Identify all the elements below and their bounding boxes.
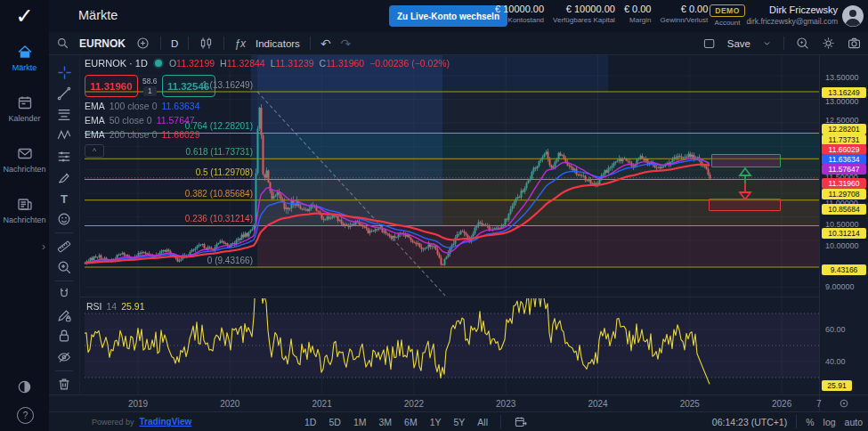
range-button-5d[interactable]: 5D (329, 417, 340, 427)
zoom-in-tool[interactable] (51, 256, 77, 277)
range-button-1d[interactable]: 1D (304, 417, 316, 427)
help-icon[interactable]: ? (17, 407, 34, 424)
tradingview-link[interactable]: TradingView (140, 417, 192, 427)
save-button[interactable]: Save (727, 38, 750, 49)
price-axis-badge-fib: 12.28201 (822, 124, 866, 134)
fib-level-label: 0.5 (11.29708) (196, 167, 253, 177)
price-axis-badge-fib: 9.43166 (822, 264, 866, 275)
indicators-button[interactable]: Indicators (256, 38, 300, 49)
emoji-tool[interactable] (51, 208, 77, 229)
time-axis-year: 2019 (123, 399, 153, 409)
drawing-toolbar: T (49, 55, 80, 394)
hide-drawings-icon (56, 349, 72, 365)
range-button-3m[interactable]: 3M (378, 417, 392, 427)
lock-all-tool[interactable] (51, 326, 77, 346)
sidebar-item-märkte[interactable]: Märkte (0, 43, 49, 72)
account-stat-label: Kontostand (508, 16, 544, 24)
remove-objects-tool[interactable] (51, 374, 77, 394)
switch-to-live-account-button[interactable]: Zu Live-Konto wechseln (389, 5, 507, 27)
scale-percent-toggle[interactable]: % (806, 417, 814, 427)
expand-panel-chevron[interactable]: › (42, 240, 45, 253)
magnet-icon (56, 286, 72, 302)
user-avatar-icon (841, 4, 864, 28)
undo-icon[interactable]: ↶ (320, 37, 331, 50)
brush-tool[interactable] (51, 167, 77, 187)
sell-price-button[interactable]: 11.31960 (85, 75, 138, 97)
toolbar-divider (223, 37, 224, 50)
price-axis[interactable]: 13.5000013.0000012.5000011.5000011.00000… (819, 55, 868, 411)
broker-logo[interactable]: ✓ (0, 0, 49, 32)
account-label: Account (715, 19, 741, 27)
supply-zone-rectangle[interactable] (711, 154, 781, 167)
avatar[interactable] (841, 4, 864, 28)
range-button-all[interactable]: All (477, 417, 488, 427)
theme-toggle-icon[interactable] (16, 378, 33, 395)
crosshair-tool[interactable] (51, 62, 77, 83)
time-axis[interactable]: 7 20192020202120222023202420252026 (49, 394, 868, 411)
range-button-1y[interactable]: 1Y (430, 417, 442, 427)
redo-icon[interactable]: ↷ (341, 37, 352, 50)
ohlc-pair: H11.32844 (220, 58, 265, 69)
chevron-down-icon[interactable] (761, 37, 773, 49)
account-stat: € 10000.00Verfügbares Kapital (553, 4, 615, 24)
sidebar-item-nachrichten[interactable]: Nachrichten (0, 144, 49, 174)
quick-search-icon[interactable] (795, 36, 810, 51)
scale-auto-toggle[interactable]: auto (845, 417, 863, 427)
clock-timezone[interactable]: 06:14:23 (UTC+1) (712, 417, 787, 427)
fib-level-label: 0 (9.43166) (207, 256, 253, 265)
ema-legend-row[interactable]: EMA100 close 011.63634 (85, 101, 450, 111)
account-stats: € 10000.00Kontostand€ 10000.00Verfügbare… (495, 4, 703, 24)
scale-log-toggle[interactable]: log (823, 417, 836, 427)
price-axis-label: 60.00 (825, 325, 846, 334)
fib-level-label: 0.382 (10.85684) (185, 189, 253, 199)
toolbar-divider (310, 37, 311, 50)
sidebar-item-nachrichten[interactable]: Nachrichten (0, 195, 49, 224)
sidebar-item-kalender[interactable]: Kalender (0, 94, 49, 123)
ruler-tool[interactable] (51, 236, 77, 256)
ema-legend-row[interactable]: EMA200 close 011.66029 (85, 129, 450, 140)
fib-retracement-tool[interactable] (51, 104, 77, 125)
user-name: Dirk Friczewsky (746, 4, 838, 15)
drawing-lock-tool[interactable] (51, 305, 77, 325)
snapshot-camera-icon[interactable] (847, 36, 862, 51)
settings-gear-icon[interactable] (821, 36, 836, 51)
forecast-tool[interactable] (51, 146, 77, 167)
down-arrow-annotation[interactable] (737, 182, 753, 201)
ohlc-pair: L11.31239 (271, 58, 314, 69)
compare-add-icon[interactable] (135, 36, 150, 51)
hide-drawings-tool[interactable] (51, 346, 77, 367)
price-axis-label: 9.00000 (825, 282, 855, 291)
collapse-indicators-button[interactable]: ^ (85, 144, 104, 158)
user-info[interactable]: Dirk Friczewsky dirk.friczewsky@gmail.co… (746, 4, 838, 26)
chart-style-icon[interactable] (199, 36, 214, 51)
trend-line-tool[interactable] (51, 83, 77, 103)
sidebar-item-label: Nachrichten (3, 165, 45, 174)
account-type: DEMO Account (707, 4, 748, 27)
legend-symbol-title[interactable]: EURNOK · 1D (85, 58, 148, 69)
indicators-fx-icon[interactable]: ƒx (234, 37, 246, 50)
layout-panel-icon[interactable] (702, 37, 717, 51)
bottom-bar: Powered by TradingView 1D5D1M3M6M1Y5YAll… (49, 411, 868, 431)
time-axis-partial-label: 7 (816, 399, 822, 409)
xabcd-pattern-tool[interactable] (51, 125, 77, 145)
quantity-chip[interactable]: 1 (143, 86, 157, 96)
range-button-6m[interactable]: 6M (404, 417, 418, 427)
account-stat-label: Verfügbares Kapital (553, 16, 615, 24)
trading-platform: ✓ Märkte Zu Live-Konto wechseln € 10000.… (0, 0, 868, 431)
symbol-search-icon[interactable] (56, 37, 69, 50)
buy-price-button[interactable]: 11.32546 (162, 75, 215, 97)
range-button-1m[interactable]: 1M (353, 417, 367, 427)
powered-by-label: Powered by (92, 418, 134, 427)
ema-legend-row[interactable]: EMA50 close 011.57647 (85, 115, 450, 126)
go-to-date-icon[interactable] (514, 415, 528, 429)
toolbar-divider (796, 415, 797, 428)
legend-ohlc-values: O11.32199H11.32844L11.31239C11.31960−0.0… (169, 58, 450, 69)
symbol-search-input[interactable]: EURNOK (79, 37, 126, 50)
price-axis-label: 40.00 (825, 357, 846, 366)
scroll-to-recent-icon[interactable] (838, 397, 850, 410)
market-open-dot-icon (155, 60, 162, 67)
interval-selector[interactable]: D (171, 38, 178, 49)
magnet-tool[interactable] (51, 284, 77, 305)
text-tool[interactable]: T (51, 188, 77, 208)
range-button-5y[interactable]: 5Y (454, 417, 466, 427)
